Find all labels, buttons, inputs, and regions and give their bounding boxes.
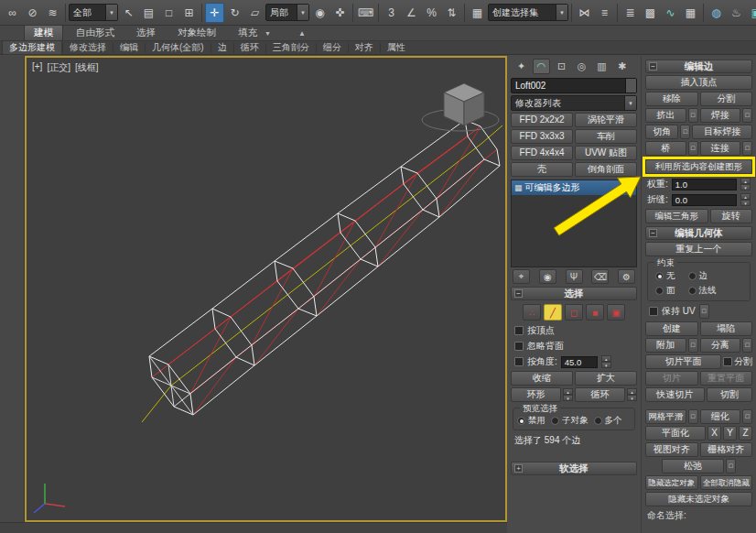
ribbon-tab-modeling[interactable]: 建模 — [24, 25, 63, 41]
radio-icon[interactable] — [655, 287, 664, 295]
tessellate-button[interactable]: 细化 — [700, 409, 741, 424]
weight-value-field[interactable]: 1.0 — [672, 179, 737, 190]
ribbon-panel-loops[interactable]: 循环 — [234, 41, 265, 54]
collapse-icon[interactable]: − — [649, 229, 657, 237]
utilities-tab-icon[interactable]: ✱ — [613, 59, 631, 74]
expand-icon[interactable]: + — [514, 464, 523, 473]
layer-manager-icon[interactable]: ≣ — [621, 3, 640, 23]
edge-subobject-icon[interactable]: ╱ — [544, 304, 562, 321]
ribbon-panel-subdivision[interactable]: 细分 — [317, 41, 348, 54]
detach-settings-icon[interactable]: □ — [742, 338, 752, 353]
planar-z-button[interactable]: Z — [739, 426, 752, 441]
radio-icon[interactable] — [688, 287, 697, 295]
planar-y-button[interactable]: Y — [723, 426, 737, 441]
edit-edges-rollout-header[interactable]: − 编辑边 — [645, 60, 752, 73]
render-setup-icon[interactable]: ♨ — [727, 3, 746, 23]
crease-value-field[interactable]: 0.0 — [672, 194, 737, 206]
modifier-stack[interactable]: ▦ 可编辑多边形 ✎ — [511, 179, 637, 267]
relax-settings-icon[interactable]: □ — [726, 459, 736, 473]
select-and-move-icon[interactable]: ✛ — [205, 3, 224, 23]
hide-unselected-button[interactable]: 隐藏未选定对象 — [645, 492, 752, 506]
modify-tab-icon[interactable]: ◠ — [533, 59, 550, 74]
keyboard-shortcut-override-icon[interactable]: ⌨ — [356, 3, 375, 23]
polygon-subobject-icon[interactable]: ■ — [586, 304, 604, 321]
modifier-button-bevel-profile[interactable]: 倒角剖面 — [575, 162, 637, 177]
modifier-list-dropdown[interactable]: 修改器列表 ▼ — [511, 95, 637, 111]
spinner-snap-icon[interactable]: ⇅ — [442, 3, 461, 23]
ribbon-panel-align[interactable]: 对齐 — [349, 41, 380, 54]
constraint-normal-option[interactable]: 法线 — [688, 285, 717, 297]
stack-item-editable-poly[interactable]: ▦ 可编辑多边形 ✎ — [512, 180, 636, 195]
spinner-up-icon[interactable]: ▴ — [627, 388, 637, 395]
percent-snap-icon[interactable]: % — [422, 3, 441, 23]
select-and-manipulate-icon[interactable]: ✜ — [330, 3, 350, 23]
spinner-down-icon[interactable]: ▾ — [740, 184, 751, 190]
spinner-down-icon[interactable]: ▾ — [563, 395, 573, 401]
ribbon-tab-freeform[interactable]: 自由形式 — [67, 26, 124, 40]
border-subobject-icon[interactable]: ◻ — [565, 304, 583, 321]
attach-settings-icon[interactable]: □ — [688, 338, 698, 353]
repeat-last-button[interactable]: 重复上一个 — [645, 242, 752, 256]
window-crossing-icon[interactable]: ⊞ — [179, 3, 199, 23]
collapse-icon[interactable]: − — [514, 289, 523, 298]
chamfer-settings-icon[interactable]: □ — [680, 125, 690, 139]
preserve-uv-settings-icon[interactable]: □ — [699, 304, 709, 319]
ribbon-tab-selection[interactable]: 选择 — [127, 26, 165, 40]
unhide-all-button[interactable]: 全部取消隐藏 — [700, 475, 753, 490]
radio-icon[interactable] — [551, 417, 559, 425]
ribbon-tab-populate[interactable]: 填充 — [229, 26, 266, 40]
soft-selection-rollout-header[interactable]: + 软选择 — [511, 462, 637, 475]
schematic-view-icon[interactable]: ▦ — [681, 3, 700, 23]
element-subobject-icon[interactable]: ▣ — [607, 304, 625, 321]
spinner-up-icon[interactable]: ▴ — [740, 178, 751, 184]
unlink-selection-icon[interactable]: ⊘ — [23, 3, 42, 23]
selection-filter-dropdown[interactable]: 全部 ▼ — [69, 4, 118, 21]
spinner-up-icon[interactable]: ▴ — [601, 355, 611, 362]
detach-button[interactable]: 分离 — [700, 338, 741, 353]
ribbon-panel-edges[interactable]: 边 — [211, 41, 233, 54]
constraint-none-option[interactable]: 无 — [655, 270, 675, 282]
grid-align-button[interactable]: 栅格对齐 — [700, 442, 753, 457]
connect-settings-icon[interactable]: □ — [742, 141, 752, 156]
edit-named-selection-sets-icon[interactable]: ▦ — [468, 3, 487, 23]
chamfer-button[interactable]: 切角 — [645, 125, 678, 139]
create-shape-from-selection-button[interactable]: 利用所选内容创建图形 — [645, 159, 752, 174]
reference-coordinate-system-dropdown[interactable]: 局部 ▼ — [265, 4, 309, 21]
spinner-down-icon[interactable]: ▾ — [740, 200, 751, 206]
slice-plane-button[interactable]: 切片平面 — [645, 354, 721, 369]
planar-x-button[interactable]: X — [707, 426, 721, 441]
split-button[interactable]: 分割 — [700, 92, 753, 106]
constraint-edge-option[interactable]: 边 — [688, 270, 708, 282]
use-pivot-point-center-icon[interactable]: ◉ — [310, 3, 329, 23]
extrude-button[interactable]: 挤出 — [645, 108, 686, 123]
curve-editor-icon[interactable]: ∿ — [661, 3, 680, 23]
make-unique-button[interactable]: Ψ — [566, 269, 583, 284]
angle-snap-icon[interactable]: ∠ — [402, 3, 421, 23]
by-angle-checkbox[interactable] — [514, 357, 524, 366]
edit-triangulation-button[interactable]: 编辑三角形 — [645, 209, 708, 223]
make-planar-button[interactable]: 平面化 — [645, 426, 706, 441]
ribbon-panel-properties[interactable]: 属性 — [381, 41, 412, 54]
object-name-field[interactable]: Loft002 — [511, 78, 637, 93]
select-and-link-icon[interactable]: ∞ — [3, 3, 22, 23]
target-weld-button[interactable]: 目标焊接 — [692, 125, 752, 139]
loop-button[interactable]: 循环 — [575, 387, 625, 402]
preserve-uv-checkbox[interactable] — [649, 307, 658, 316]
spinner-down-icon[interactable]: ▾ — [601, 362, 611, 368]
preview-disable-option[interactable]: 禁用 — [517, 415, 545, 427]
reset-plane-button[interactable]: 重置平面 — [700, 371, 753, 386]
select-by-name-icon[interactable]: ▤ — [139, 3, 158, 23]
select-object-icon[interactable]: ↖ — [119, 3, 138, 23]
extrude-settings-icon[interactable]: □ — [688, 108, 698, 123]
ribbon-panel-polygon-modeling[interactable]: 多边形建模 — [2, 40, 62, 55]
snap-toggle-3d-icon[interactable]: 3 — [382, 3, 401, 23]
modifier-button-turbosmooth[interactable]: 涡轮平滑 — [575, 113, 637, 127]
populate-dropdown-arrow-icon[interactable]: ▼ — [265, 30, 271, 37]
bind-to-space-warp-icon[interactable]: ≋ — [43, 3, 62, 23]
msmooth-button[interactable]: 网格平滑 — [645, 409, 686, 424]
modifier-button-ffd3x3x3[interactable]: FFD 3x3x3 — [511, 129, 573, 144]
turn-button[interactable]: 旋转 — [710, 209, 752, 223]
by-vertex-checkbox[interactable] — [514, 326, 524, 335]
collapse-button[interactable]: 塌陷 — [700, 321, 753, 336]
spinner-up-icon[interactable]: ▴ — [740, 193, 751, 200]
